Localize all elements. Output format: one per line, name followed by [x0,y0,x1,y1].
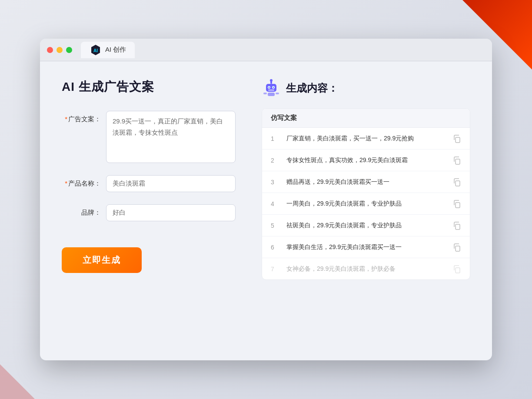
svg-point-8 [273,87,274,88]
ai-tab[interactable]: AI AI 创作 [81,42,135,58]
table-row: 5 祛斑美白，29.9元美白淡斑霜，专业护肤品 [262,215,470,236]
brand-input[interactable] [106,204,236,221]
svg-rect-13 [456,137,460,143]
table-row: 3 赠品再送，29.9元美白淡斑霜买一送一 [262,171,470,193]
row-text: 一周美白，29.9元美白淡斑霜，专业护肤品 [286,199,446,208]
row-text: 厂家直销，美白淡斑霜，买一送一，29.9元抢购 [286,134,446,143]
row-text: 专抹女性斑点，真实功效，29.9元美白淡斑霜 [286,156,446,165]
svg-rect-14 [456,159,460,164]
robot-icon [262,79,281,98]
row-text: 女神必备，29.9元美白淡斑霜，护肤必备 [286,264,446,273]
row-number: 1 [271,135,279,142]
copy-icon[interactable] [452,134,461,143]
table-row: 6 掌握美白生活，29.9元美白淡斑霜买一送一 [262,236,470,258]
product-name-group: *产品名称： [62,175,236,192]
row-number: 3 [271,179,279,186]
maximize-button[interactable] [66,47,72,53]
corner-decoration-bottom-left [0,364,35,399]
required-star-product: * [65,180,67,187]
row-number: 2 [271,157,279,164]
svg-rect-11 [263,93,267,94]
copy-icon[interactable] [452,200,461,208]
svg-rect-19 [456,268,460,273]
copy-icon[interactable] [452,221,461,230]
close-button[interactable] [47,47,53,53]
svg-point-4 [270,79,273,82]
result-title: 生成内容： [286,81,338,95]
main-content: AI 生成广告文案 *广告文案： *产品名称： 品牌： 立 [40,61,492,360]
title-bar: AI AI 创作 [40,39,492,61]
generate-button[interactable]: 立即生成 [62,247,142,273]
copy-icon[interactable] [452,265,461,273]
product-name-label: *产品名称： [62,175,101,188]
ad-copy-group: *广告文案： [62,111,236,163]
row-text: 掌握美白生活，29.9元美白淡斑霜买一送一 [286,243,446,252]
table-row: 1 厂家直销，美白淡斑霜，买一送一，29.9元抢购 [262,128,470,150]
svg-text:AI: AI [93,48,98,53]
required-star-ad: * [65,115,67,123]
row-text: 赠品再送，29.9元美白淡斑霜买一送一 [286,177,446,186]
result-header: 生成内容： [262,79,470,98]
row-number: 5 [271,222,279,229]
traffic-lights [47,47,72,53]
svg-rect-17 [456,224,460,229]
table-row: 2 专抹女性斑点，真实功效，29.9元美白淡斑霜 [262,150,470,171]
svg-rect-10 [268,93,275,96]
svg-rect-15 [456,181,460,186]
row-number: 6 [271,244,279,251]
row-number: 7 [271,266,279,273]
result-table: 仿写文案 1 厂家直销，美白淡斑霜，买一送一，29.9元抢购 2 专抹女性斑点，… [262,108,470,280]
ad-copy-textarea[interactable] [106,111,236,163]
table-column-header: 仿写文案 [262,109,470,128]
copy-icon[interactable] [452,178,461,186]
left-panel: AI 生成广告文案 *广告文案： *产品名称： 品牌： 立 [62,79,236,343]
brand-label: 品牌： [62,204,101,217]
svg-rect-16 [456,203,460,208]
browser-window: AI AI 创作 AI 生成广告文案 *广告文案： *产品名称： [40,39,492,360]
svg-rect-18 [456,246,460,251]
ad-copy-label: *广告文案： [62,111,101,123]
table-row: 4 一周美白，29.9元美白淡斑霜，专业护肤品 [262,193,470,215]
row-text: 祛斑美白，29.9元美白淡斑霜，专业护肤品 [286,221,446,230]
table-row: 7 女神必备，29.9元美白淡斑霜，护肤必备 [262,258,470,279]
page-title: AI 生成广告文案 [62,79,236,95]
brand-group: 品牌： [62,204,236,221]
tab-label: AI 创作 [105,46,126,54]
right-panel: 生成内容： 仿写文案 1 厂家直销，美白淡斑霜，买一送一，29.9元抢购 2 [262,79,470,343]
copy-icon[interactable] [452,243,461,252]
copy-icon[interactable] [452,156,461,165]
svg-rect-9 [268,90,274,91]
svg-point-7 [269,87,270,88]
product-name-input[interactable] [106,175,236,192]
ai-icon: AI [90,44,102,56]
row-number: 4 [271,200,279,207]
svg-rect-12 [276,93,279,94]
minimize-button[interactable] [57,47,63,53]
